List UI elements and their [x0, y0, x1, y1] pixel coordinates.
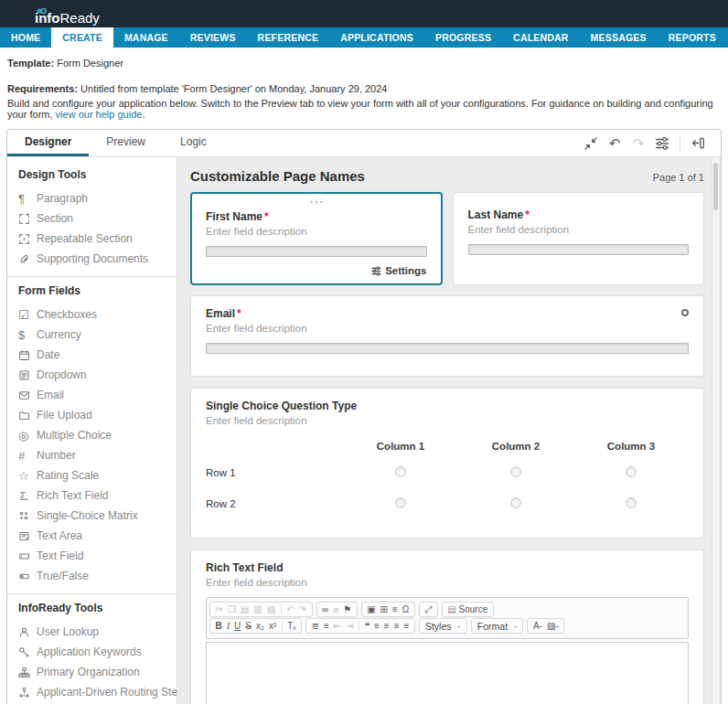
align-left-button[interactable]: ≡ — [372, 620, 382, 632]
nav-item-manage[interactable]: MANAGE — [113, 27, 179, 48]
help-guide-link[interactable]: view our help guide — [56, 109, 143, 120]
styles-dropdown[interactable]: Styles- — [419, 618, 467, 634]
paste-text-icon[interactable]: ▥ — [252, 603, 264, 615]
nav-item-reference-letters[interactable]: REFERENCE LETTERS — [247, 27, 330, 48]
sidebar-item-paragraph[interactable]: ¶ Paragraph — [18, 188, 167, 208]
format-dropdown[interactable]: Format- — [471, 618, 524, 634]
design-tools-sidebar: Design Tools ¶ Paragraph Section Repeata… — [7, 157, 177, 704]
sidebar-item-email[interactable]: Email — [18, 385, 167, 405]
cut-icon[interactable]: ✂ — [213, 603, 225, 615]
sidebar-divider — [7, 593, 177, 594]
align-justify-button[interactable]: ≡ — [401, 620, 412, 632]
sidebar-item-section[interactable]: Section — [18, 208, 167, 229]
nav-item-home[interactable]: HOME — [0, 27, 51, 48]
outdent-button[interactable]: ⇤ — [331, 620, 343, 632]
text-color-button[interactable]: A- — [530, 620, 544, 632]
redo-icon[interactable]: ↷ — [296, 603, 308, 615]
field-card-first-name[interactable]: First Name* Enter field description Sett… — [190, 192, 443, 285]
sidebar-item-single-choice-matrix[interactable]: Single-Choice Matrix — [18, 506, 167, 526]
section-icon — [18, 213, 37, 225]
align-center-button[interactable]: ≡ — [381, 620, 391, 632]
sidebar-item-applicant-driven-routing[interactable]: Applicant-Driven Routing Steps — [18, 682, 167, 702]
link-icon[interactable]: ∞ — [320, 603, 331, 615]
sidebar-item-repeatable-section[interactable]: Repeatable Section — [18, 229, 167, 249]
nav-item-applications[interactable]: APPLICATIONS — [329, 27, 424, 48]
field-card-rich-text[interactable]: Rich Text Field Enter field description … — [190, 549, 704, 704]
sidebar-item-true-false[interactable]: True/False — [18, 566, 167, 586]
form-canvas: Customizable Page Names Page 1 of 1 Firs… — [177, 157, 721, 704]
drag-handle-icon[interactable] — [309, 199, 324, 205]
table-icon[interactable]: ⊞ — [378, 603, 390, 615]
background-color-button[interactable]: ▨- — [544, 620, 561, 632]
maximize-icon[interactable]: ⤢ — [423, 603, 434, 615]
sidebar-item-rating-scale[interactable]: ☆ Rating Scale — [18, 465, 167, 485]
sidebar-item-multiple-choice[interactable]: ◎ Multiple Choice — [18, 425, 167, 445]
field-card-email[interactable]: Email* Enter field description — [190, 295, 704, 377]
numbered-list-button[interactable]: ≣ — [309, 620, 321, 632]
sidebar-item-checkboxes[interactable]: ☑ Checkboxes — [18, 304, 167, 325]
toolbar-separator — [281, 604, 282, 614]
paste-word-icon[interactable]: ▧ — [264, 603, 277, 615]
redo-icon[interactable]: ↷ — [626, 135, 650, 152]
unlink-icon[interactable]: ⌀ — [331, 603, 341, 615]
sidebar-item-file-upload[interactable]: File Upload — [18, 405, 167, 425]
sidebar-item-number[interactable]: # Number — [18, 445, 167, 465]
nav-item-messages[interactable]: MESSAGES — [580, 27, 658, 48]
source-button[interactable]: Source — [445, 603, 490, 615]
superscript-button[interactable]: x² — [266, 620, 278, 632]
scrollbar-thumb[interactable] — [713, 163, 718, 210]
strike-button[interactable]: S — [243, 620, 254, 632]
paste-icon[interactable]: ▤ — [238, 603, 251, 615]
field-label: Email* — [206, 307, 307, 320]
indent-button[interactable]: ⇥ — [344, 620, 356, 632]
tab-logic[interactable]: Logic — [163, 130, 224, 156]
compress-icon[interactable] — [579, 137, 603, 150]
sidebar-item-rich-text-field[interactable]: Rich Text Field — [18, 485, 167, 506]
copy-icon[interactable]: ❐ — [225, 603, 238, 615]
blockquote-button[interactable]: ❝ — [362, 620, 371, 632]
sidebar-item-dropdown[interactable]: Dropdown — [18, 365, 167, 385]
sidebar-item-text-area[interactable]: Text Area — [18, 526, 167, 546]
subscript-button[interactable]: x₂ — [253, 620, 266, 632]
sidebar-item-application-keywords[interactable]: Application Keywords — [18, 642, 167, 662]
radio-button — [395, 497, 406, 508]
image-icon[interactable]: ▣ — [365, 603, 378, 615]
collapse-panel-icon[interactable] — [686, 136, 710, 150]
sidebar-item-primary-organization[interactable]: Primary Organization — [18, 662, 167, 682]
tab-preview[interactable]: Preview — [89, 130, 163, 156]
nav-item-calendar[interactable]: CALENDAR — [502, 27, 580, 48]
field-card-single-choice-matrix[interactable]: Single Choice Question Type Enter field … — [190, 388, 704, 539]
nav-item-reviews[interactable]: REVIEWS — [179, 27, 247, 48]
field-card-last-name[interactable]: Last Name* Enter field description — [453, 192, 705, 285]
undo-icon[interactable]: ↶ — [284, 603, 296, 615]
dropdown-icon — [18, 369, 37, 381]
field-settings-button[interactable]: Settings — [206, 265, 427, 276]
org-chart-icon — [18, 667, 37, 678]
form-settings-icon[interactable] — [650, 136, 674, 151]
sidebar-item-currency[interactable]: $ Currency — [18, 325, 167, 345]
nav-item-progress-reports[interactable]: PROGRESS REPORTS — [424, 27, 502, 48]
template-info: Template: Form Designer Requirements: Un… — [0, 48, 728, 120]
undo-icon[interactable]: ↶ — [603, 135, 626, 152]
anchor-icon[interactable]: ⚑ — [341, 603, 354, 615]
horizontal-line-icon[interactable]: ≡ — [390, 603, 400, 615]
nav-item-create[interactable]: CREATE — [51, 27, 113, 48]
section-title-form-fields: Form Fields — [18, 284, 167, 297]
remove-format-button[interactable]: Tₓ — [285, 620, 298, 632]
sidebar-item-user-lookup[interactable]: User Lookup — [18, 622, 167, 642]
underline-button[interactable]: U — [232, 620, 243, 632]
sidebar-item-date[interactable]: Date — [18, 345, 167, 365]
align-right-button[interactable]: ≡ — [391, 620, 401, 632]
sidebar-item-supporting-documents[interactable]: Supporting Documents — [18, 249, 167, 269]
bold-button[interactable]: B — [213, 620, 224, 632]
sidebar-item-text-field[interactable]: Text Field — [18, 546, 167, 566]
special-character-icon[interactable]: Ω — [400, 603, 411, 615]
bulleted-list-button[interactable]: ≡ — [322, 620, 332, 632]
radio-button — [510, 466, 521, 477]
paperclip-icon — [18, 253, 37, 265]
richtext-editor-area[interactable] — [206, 642, 689, 704]
routing-icon — [18, 687, 37, 699]
nav-item-reports[interactable]: REPORTS — [658, 27, 727, 48]
tab-designer[interactable]: Designer — [7, 130, 89, 156]
italic-button[interactable]: I — [224, 620, 231, 632]
